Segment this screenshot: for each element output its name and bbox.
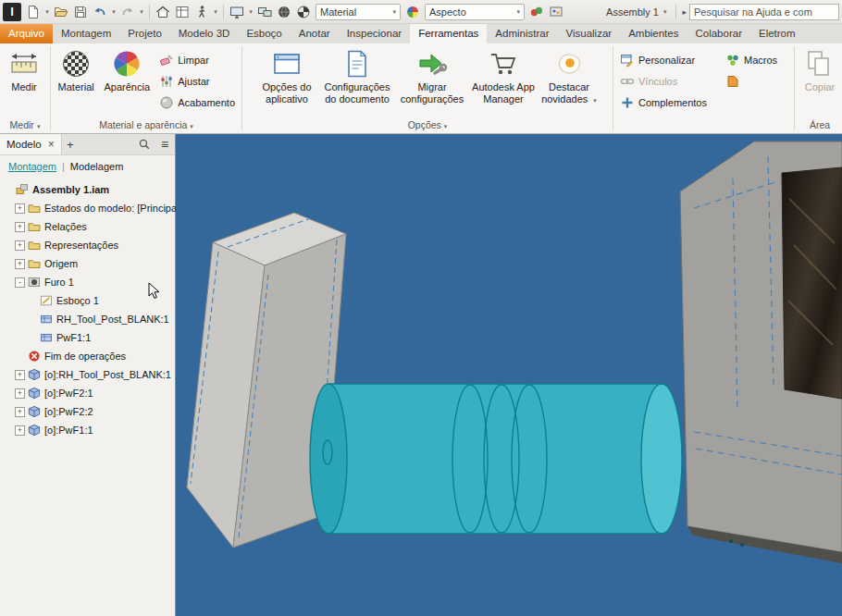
- copiar-button[interactable]: Copiar: [798, 46, 842, 95]
- destacar-novidades-button[interactable]: Destacar novidades ▾: [540, 46, 598, 108]
- material-button[interactable]: Material: [54, 46, 98, 95]
- cursor-arrow-icon: [148, 282, 161, 301]
- folder-icon: [28, 202, 42, 215]
- tree-expander[interactable]: +: [15, 222, 25, 232]
- clipboard-group-footer[interactable]: Área: [795, 118, 842, 133]
- mode-link-modelagem[interactable]: Modelagem: [70, 161, 123, 172]
- tree-expander[interactable]: -: [15, 277, 25, 288]
- configuracoes-documento-button[interactable]: Configurações do documento: [318, 46, 396, 106]
- tab-anotar[interactable]: Anotar: [291, 24, 339, 43]
- browser-tab-modelo[interactable]: Modelo ×: [0, 134, 62, 154]
- tree-item-relacoes[interactable]: +Relações: [0, 217, 175, 236]
- tree-item-estados-do-modelo-principal[interactable]: +Estados do modelo: [Principal]: [0, 199, 175, 217]
- tree-item-o-pwf2-1[interactable]: +[o]:PwF2:1: [0, 384, 175, 402]
- iproperties-button[interactable]: [173, 3, 192, 21]
- mode-link-montagem[interactable]: Montagem: [8, 161, 56, 172]
- tree-expander[interactable]: +: [15, 388, 25, 399]
- ajustar-button[interactable]: Ajustar: [155, 70, 239, 92]
- undo-button[interactable]: [91, 3, 109, 21]
- tree-item-assembly-1-iam[interactable]: Assembly 1.iam: [0, 180, 175, 199]
- tab-ferramentas[interactable]: Ferramentas: [410, 24, 487, 43]
- document-switcher[interactable]: Assembly 1▾: [601, 6, 672, 18]
- cylinder-part[interactable]: [310, 384, 682, 534]
- app-manager-button[interactable]: Autodesk App Manager: [468, 46, 539, 106]
- tab-visualizar[interactable]: Visualizar: [557, 24, 620, 43]
- tree-item-o-pwf2-2[interactable]: +[o]:PwF2:2: [0, 402, 175, 421]
- browser-search-button[interactable]: [134, 138, 155, 151]
- visual-style-button[interactable]: [547, 3, 565, 21]
- search-expand-arrow[interactable]: ▸: [680, 7, 688, 17]
- material-combo[interactable]: Material▾: [316, 4, 401, 20]
- appearance-combo[interactable]: Aspecto▾: [425, 4, 525, 20]
- inventor-logo[interactable]: I: [3, 3, 21, 21]
- material-group-footer[interactable]: Material e aparência▾: [51, 118, 241, 133]
- tab-inspecionar[interactable]: Inspecionar: [339, 24, 410, 43]
- appearance-browser-button[interactable]: [403, 3, 422, 21]
- tab-modelo-3d[interactable]: Modelo 3D: [170, 24, 239, 43]
- material-browser-button[interactable]: [294, 3, 313, 21]
- tab-esboco[interactable]: Esboço: [238, 24, 290, 43]
- two-spheres-icon: [529, 5, 544, 19]
- tab-colaborar[interactable]: Colaborar: [687, 24, 750, 43]
- migrar-configuracoes-button[interactable]: Migrar configurações: [398, 46, 466, 106]
- viewport-canvas[interactable]: [176, 134, 842, 616]
- render-style-button[interactable]: [527, 3, 546, 21]
- limpar-button[interactable]: Limpar: [155, 49, 239, 70]
- tree-item-o-pwf1-1[interactable]: +[o]:PwF1:1: [0, 421, 175, 439]
- tree-expander[interactable]: +: [15, 425, 25, 436]
- web-button[interactable]: [275, 3, 293, 21]
- tree-item-origem[interactable]: +Origem: [0, 254, 175, 273]
- opcoes-group-footer[interactable]: Opções▾: [242, 118, 613, 133]
- open-button[interactable]: [52, 3, 70, 21]
- help-search-input[interactable]: [689, 4, 839, 20]
- dual-monitor-icon: [257, 5, 272, 19]
- tree-expander[interactable]: +: [15, 370, 25, 380]
- tree-item-rh-tool-post-blank-1[interactable]: RH_Tool_Post_BLANK:1: [0, 310, 175, 328]
- walkthrough-button[interactable]: [192, 3, 211, 21]
- walkthrough-dropdown[interactable]: ▾: [212, 8, 219, 16]
- undo-dropdown[interactable]: ▾: [110, 8, 118, 16]
- tree-expander[interactable]: +: [15, 203, 25, 214]
- connected-screens-button[interactable]: [255, 3, 274, 21]
- copiar-label: Copiar: [805, 81, 835, 93]
- medir-button[interactable]: Medir: [3, 46, 45, 95]
- home-view-button[interactable]: [154, 3, 172, 21]
- opcoes-aplicativo-button[interactable]: Opções do aplicativo: [257, 46, 316, 106]
- browser-menu-button[interactable]: ≡: [155, 137, 175, 152]
- tab-eletrom[interactable]: Eletrom: [750, 24, 804, 43]
- aparencia-button[interactable]: Aparência: [100, 46, 154, 95]
- hamburger-icon: ≡: [161, 137, 168, 152]
- tree-expander[interactable]: +: [15, 259, 25, 269]
- redo-dropdown[interactable]: ▾: [138, 8, 145, 16]
- medir-group-footer[interactable]: Medir▾: [0, 118, 50, 133]
- tree-expander[interactable]: +: [15, 407, 25, 417]
- vinculos-button[interactable]: Vínculos: [616, 70, 720, 92]
- tree-item-pwf1-1[interactable]: PwF1:1: [0, 328, 175, 347]
- tab-administrar[interactable]: Administrar: [487, 24, 557, 43]
- tag-button[interactable]: [722, 70, 781, 92]
- display-settings-button[interactable]: [228, 3, 246, 21]
- macros-button[interactable]: Macros: [722, 49, 781, 70]
- tab-montagem[interactable]: Montagem: [53, 24, 119, 43]
- globe-icon: [277, 5, 291, 19]
- tab-arquivo[interactable]: Arquivo: [0, 24, 53, 43]
- new-file-dropdown[interactable]: ▾: [43, 8, 51, 16]
- display-settings-dropdown[interactable]: ▾: [247, 8, 254, 16]
- personalizar-button[interactable]: Personalizar: [616, 49, 720, 70]
- ribbon-tab-bar: ArquivoMontagemProjetoModelo 3DEsboçoAno…: [0, 24, 842, 43]
- tree-item-fim-de-operacoes[interactable]: Fim de operações: [0, 347, 175, 365]
- new-file-button[interactable]: [24, 3, 43, 21]
- tree-item-representacoes[interactable]: +Representações: [0, 236, 175, 254]
- tab-projeto[interactable]: Projeto: [119, 24, 169, 43]
- acabamento-button[interactable]: Acabamento: [155, 92, 239, 113]
- redo-button[interactable]: [118, 3, 137, 21]
- tree-expander[interactable]: +: [15, 240, 25, 251]
- fixture-block-part[interactable]: [680, 142, 842, 563]
- save-button[interactable]: [71, 3, 90, 21]
- complementos-button[interactable]: Complementos: [616, 92, 720, 113]
- viewport-3d[interactable]: [176, 134, 842, 616]
- tab-ambientes[interactable]: Ambientes: [620, 24, 687, 43]
- close-icon[interactable]: ×: [48, 138, 55, 151]
- add-browser-tab-button[interactable]: +: [62, 138, 79, 152]
- tree-item-o-rh-tool-post-blank-1[interactable]: +[o]:RH_Tool_Post_BLANK:1: [0, 365, 175, 384]
